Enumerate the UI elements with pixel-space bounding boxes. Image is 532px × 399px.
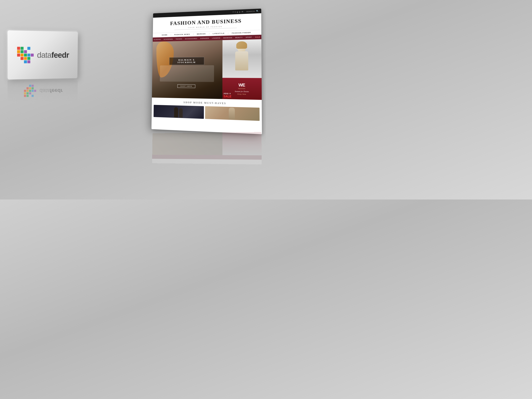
we-logo: WE bbox=[235, 82, 249, 88]
pixel bbox=[24, 57, 27, 60]
pixel-logo bbox=[17, 47, 34, 63]
nav-beauty[interactable]: BEAUTY bbox=[235, 37, 243, 38]
we-shop-now[interactable]: Shop Now bbox=[235, 93, 249, 95]
banner-title: BALMAIN X STOCKHOLM bbox=[172, 58, 201, 63]
main-banner: BALMAIN X STOCKHOLM SHOP HERE bbox=[152, 40, 222, 99]
logo-text-data: data bbox=[37, 51, 51, 59]
pixel bbox=[31, 57, 34, 60]
logo-container: datafeedr bbox=[17, 47, 69, 63]
must-have-item-1[interactable] bbox=[154, 105, 204, 119]
logo-wordmark: datafeedr bbox=[37, 51, 69, 59]
pixel bbox=[27, 60, 30, 63]
pixel bbox=[24, 50, 27, 53]
social-icon-facebook: f bbox=[233, 11, 234, 13]
nav-divider-2: / bbox=[193, 33, 193, 35]
banner-button[interactable]: SHOP HERE bbox=[177, 84, 195, 88]
social-icon-pinterest: p bbox=[239, 11, 240, 13]
must-haves-title: SHOP MODE MUST-HAVES bbox=[154, 100, 260, 106]
must-have-item-2[interactable] bbox=[205, 106, 260, 121]
nav-divider-4: / bbox=[228, 32, 228, 34]
pixel bbox=[24, 54, 27, 57]
search-icon[interactable]: 🔍 bbox=[256, 10, 259, 12]
datafeedr-card: datafeedr bbox=[7, 30, 78, 80]
nav-lifestyle[interactable]: LIFESTYLE bbox=[213, 32, 225, 35]
nav-divider-3: / bbox=[209, 33, 209, 35]
nav-fashion-news[interactable]: FASHION NEWS bbox=[174, 33, 190, 36]
site-content: BALMAIN X STOCKHOLM SHOP HERE bbox=[152, 39, 262, 100]
nav-divider: / bbox=[171, 34, 171, 36]
nav-sport[interactable]: SPORT bbox=[246, 36, 252, 38]
must-haves-section: SHOP MODE MUST-HAVES bbox=[152, 97, 262, 123]
nav-schoenen[interactable]: SCHOENEN bbox=[164, 38, 173, 40]
pixel bbox=[24, 47, 27, 50]
pixel bbox=[21, 50, 24, 53]
social-icon-instagram: ✉ bbox=[241, 11, 243, 13]
nav-kleding[interactable]: KLEDING bbox=[154, 39, 161, 40]
nav-sieraden[interactable]: SIERADEN bbox=[200, 38, 209, 39]
pixel bbox=[27, 47, 30, 50]
pixel bbox=[31, 47, 34, 50]
pixel bbox=[21, 47, 24, 50]
social-icon-twitter: 𝕥 bbox=[235, 11, 235, 13]
sidebar-ad-top bbox=[222, 39, 262, 78]
we-subbrand: Instant for Denim bbox=[235, 90, 249, 93]
sale-badge: SALE bbox=[223, 95, 261, 99]
nav-tassen[interactable]: TASSEN bbox=[176, 38, 182, 40]
left-card-reflection: datafeedr bbox=[7, 80, 78, 101]
nav-fashion-finder[interactable]: FASHION FINDER bbox=[232, 32, 251, 34]
we-tagline: fashion bbox=[235, 87, 249, 89]
website-screenshot-card: f 𝕥 g p ✉ SEARCH 🔍 FASHION AND BUSINESS … bbox=[152, 8, 262, 134]
pixel bbox=[31, 50, 34, 53]
nav-badmode[interactable]: BADMODE bbox=[223, 37, 232, 39]
nav-lingerie[interactable]: LINGERIE bbox=[212, 37, 221, 39]
pixel bbox=[27, 57, 30, 60]
pixel bbox=[24, 60, 27, 63]
pixel bbox=[31, 60, 34, 63]
nav-merken[interactable]: MERKEN bbox=[197, 33, 206, 35]
pixel bbox=[27, 50, 30, 53]
pixel bbox=[17, 47, 20, 50]
nav-accessoires[interactable]: ACCESSOIRES bbox=[185, 38, 197, 39]
pixel bbox=[21, 54, 24, 57]
social-icon-google: g bbox=[237, 11, 238, 13]
pixel bbox=[17, 60, 20, 63]
search-label[interactable]: SEARCH bbox=[246, 10, 255, 13]
logo-text-feedr: feedr bbox=[51, 51, 69, 59]
pixel bbox=[21, 60, 24, 63]
pixel bbox=[17, 54, 20, 57]
site-sidebar: WE fashion Instant for Denim Shop Now JO… bbox=[222, 39, 262, 100]
pixel bbox=[27, 54, 30, 57]
sidebar-ad-we: WE fashion Instant for Denim Shop Now JO… bbox=[222, 78, 262, 100]
pixel bbox=[21, 57, 24, 60]
right-card-reflection bbox=[152, 132, 262, 164]
pixel bbox=[31, 54, 34, 57]
nav-sale[interactable]: SALE bbox=[255, 36, 260, 38]
nav-home[interactable]: HOME bbox=[162, 34, 168, 36]
pixel bbox=[17, 57, 20, 60]
must-haves-grid bbox=[154, 105, 260, 121]
pixel bbox=[17, 50, 20, 53]
